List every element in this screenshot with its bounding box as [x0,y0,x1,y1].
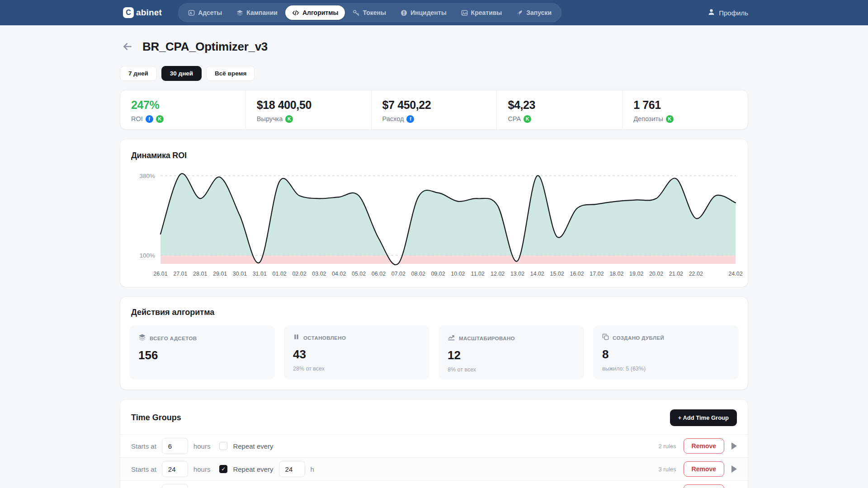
filter-button-1[interactable]: 7 дней [120,66,157,81]
action-card-subtext: 28% от всех [293,366,420,372]
ytick-380: 380% [139,173,155,179]
action-card-head: ОСТАНОВЛЕНО [293,333,420,342]
logo[interactable]: C abinet [123,7,162,18]
x-tick-label: 07.02 [392,271,406,277]
roi-chart-svg: 380%100% [131,167,738,266]
nav-item-creatives[interactable]: Креативы [454,5,509,20]
action-card-label: ВСЕГО АДСЕТОВ [150,336,197,341]
kpi-label-text: Расход [382,115,404,122]
starts-at-input[interactable] [162,438,188,454]
kpi-value: 247% [131,99,235,112]
ytick-100: 100% [139,252,155,259]
repeat-checkbox[interactable] [219,442,227,450]
x-tick-label: 10.02 [451,271,465,277]
starts-at-label: Starts at [131,442,156,450]
add-time-group-button[interactable]: + Add Time Group [670,409,737,426]
nav-item-launches[interactable]: Запуски [509,5,558,20]
x-tick-label: 14.02 [530,271,544,277]
kpi-value: $4,23 [508,99,611,112]
x-tick-label: 27.01 [173,271,187,277]
hours-label: hours [193,465,211,473]
nav-item-incidents[interactable]: Инциденты [394,5,453,20]
x-tick-label: 11.02 [471,271,485,277]
time-groups-title: Time Groups [131,413,181,422]
action-card-label: СОЗДАНО ДУБЛЕЙ [613,335,664,341]
action-card-value: 8 [602,347,730,361]
facebook-icon: f [146,115,153,123]
action-card-scale: МАСШТАБИРОВАНО128% от всех [439,325,584,380]
nav-item-label: Креативы [471,9,502,16]
profile-menu[interactable]: Профиль [708,8,748,17]
starts-at-input[interactable] [162,461,188,477]
x-tick-label: 16.02 [570,271,584,277]
x-tick-label: 03.02 [312,271,326,277]
chart-title: Динамика ROI [131,151,737,160]
kpi-label-text: Выручка [257,115,283,122]
remove-button[interactable]: Remove [684,438,724,454]
x-tick-label: 26.01 [153,271,167,277]
action-card-head: ВСЕГО АДСЕТОВ [138,333,266,343]
x-tick-label: 20.02 [649,271,663,277]
page-title: BR_CPA_Optimizer_v3 [142,40,268,54]
kpi-label-text: ROI [131,115,143,122]
x-tick-label: 22.02 [689,271,703,277]
action-card-head: МАСШТАБИРОВАНО [448,333,575,343]
scale-icon [448,333,455,343]
kpi-расход: $7 450,22Расходf [371,90,497,129]
x-axis-labels: 26.0127.0128.0129.0130.0131.0101.0202.02… [131,271,737,280]
user-icon [708,8,715,17]
pause-icon [293,333,300,342]
nav-item-label: Токены [363,9,386,16]
time-group-rows: Starts athoursRepeat every2 rulesRemoveS… [120,434,748,488]
x-tick-label: 31.01 [253,271,267,277]
action-card-head: СОЗДАНО ДУБЛЕЙ [602,333,730,342]
layers-icon [138,333,146,343]
starts-at-label: Starts at [131,465,156,473]
period-filter-group: 7 дней30 днейВсё время [120,66,748,81]
x-tick-label: 30.01 [233,271,247,277]
algorithm-actions-card: Действия алгоритма ВСЕГО АДСЕТОВ156ОСТАН… [120,296,748,390]
nav-item-campaigns[interactable]: Кампании [230,5,284,20]
time-groups-card: Time Groups + Add Time Group Starts atho… [120,399,748,488]
nav-item-label: Адсеты [198,9,222,16]
repeat-checkbox[interactable]: ✓ [219,465,227,473]
rules-count: 2 rules [659,443,676,450]
expand-play-icon[interactable] [731,442,737,450]
kpi-label: ДепозитыK [633,115,737,123]
filter-button-3[interactable]: Всё время [206,66,255,81]
hours-label: hours [193,442,211,450]
facebook-icon: f [406,115,414,123]
x-tick-label: 18.02 [609,271,623,277]
launches-icon [516,9,523,16]
remove-button[interactable]: Remove [684,461,724,477]
arrow-left-icon [122,41,133,52]
x-tick-label: 06.02 [372,271,386,277]
kpi-label: ROIfK [131,115,235,123]
nav-item-adsets[interactable]: Адсеты [181,5,229,20]
x-tick-label: 17.02 [590,271,604,277]
back-button[interactable] [120,39,135,54]
nav-item-label: Алгоритмы [302,9,339,16]
remove-button[interactable]: Remove [684,484,724,488]
filter-button-2[interactable]: 30 дней [161,66,202,81]
nav-item-tokens[interactable]: Токены [346,5,392,20]
campaigns-icon [236,9,243,16]
kpi-value: $7 450,22 [382,99,486,112]
adsets-icon [188,9,195,16]
expand-play-icon[interactable] [731,465,737,473]
kpi-выручка: $18 400,50ВыручкаK [245,90,371,129]
starts-at-input[interactable] [162,484,188,488]
keitaro-icon: K [666,115,674,123]
kpi-summary-card: 247%ROIfK$18 400,50ВыручкаK$7 450,22Расх… [120,90,748,130]
h-label: h [311,465,314,473]
time-group-row-actions: 3 rulesRemove [659,461,737,477]
below-baseline-band [160,255,736,264]
repeat-every-label: Repeat every [233,465,273,473]
x-tick-label: 09.02 [431,271,445,277]
time-group-row: Starts athoursRepeat everyRemove [120,480,748,488]
nav-item-algorithms[interactable]: Алгоритмы [285,5,345,20]
x-tick-label: 01.02 [273,271,287,277]
x-tick-label: 04.02 [332,271,346,277]
repeat-every-input[interactable] [279,461,305,477]
incidents-icon [401,9,407,16]
